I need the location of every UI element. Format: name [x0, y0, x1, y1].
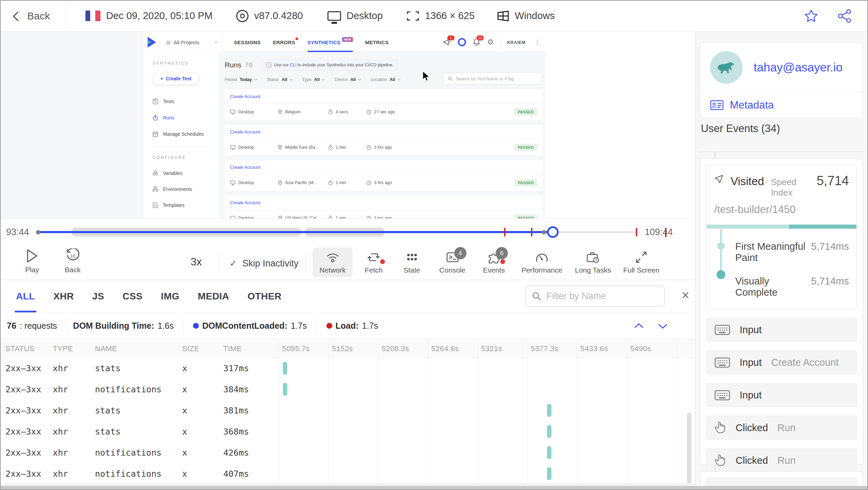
panel-button-network[interactable]: Network	[312, 248, 352, 277]
back-10s-button[interactable]: 10 Back	[65, 248, 81, 274]
visited-event-card[interactable]: Visited Speed Index 5,714 /test-builder/…	[706, 165, 857, 309]
column-header-status[interactable]: STATUS	[5, 344, 35, 353]
request-row[interactable]: 2xx–3xxxhrstatsx368ms	[1, 421, 695, 442]
vertical-scrollbar[interactable]	[687, 413, 691, 490]
close-panel-icon[interactable]: ×	[681, 288, 689, 302]
playback-speed-button[interactable]: 3x	[191, 256, 202, 268]
request-row[interactable]: 2xx–3xxxhrnotificationsx407ms	[1, 463, 695, 484]
id-card-icon	[710, 100, 724, 111]
request-row[interactable]: 2xx–3xxxhrnotificationsx384ms	[1, 379, 695, 400]
skip-inactivity-toggle[interactable]: ✓ Skip Inactivity	[229, 258, 299, 269]
sidebar-item-runs[interactable]: Runs	[152, 115, 219, 121]
plus-icon: +	[160, 76, 163, 81]
filter-status[interactable]: StatusAll	[267, 77, 292, 82]
next-request-icon[interactable]	[657, 322, 669, 330]
network-tab-other[interactable]: OTHER	[247, 280, 282, 312]
network-tab-all[interactable]: ALL	[16, 280, 35, 312]
sidebar-item-environments[interactable]: Environments	[152, 186, 219, 192]
more-menu-icon[interactable]: ⋮	[534, 38, 541, 46]
filter-type[interactable]: TypeAll	[302, 77, 324, 82]
request-status: 2xx–3xx	[5, 469, 41, 479]
create-test-button[interactable]: + Create Test	[152, 72, 199, 85]
share-icon[interactable]	[837, 9, 852, 23]
timer-icon	[328, 180, 333, 185]
run-name-link[interactable]: Create Account	[225, 89, 543, 104]
pin-icon	[278, 180, 283, 185]
visited-url: /test-builder/1450	[714, 203, 849, 216]
panel-button-console[interactable]: 4Console	[432, 248, 472, 277]
panel-button-fetch[interactable]: Fetch	[358, 248, 390, 277]
timeline-end-marker	[665, 228, 666, 237]
back-button[interactable]: Back	[1, 10, 65, 22]
panel-button-label: Events	[483, 266, 505, 274]
network-tab-media[interactable]: MEDIA	[198, 280, 229, 312]
run-name-link[interactable]: Create Account	[225, 196, 543, 210]
sidebar-item-variables[interactable]: Variables	[152, 170, 219, 176]
filter-period[interactable]: PeriodToday	[225, 77, 257, 82]
event-item-input[interactable]: Input	[706, 318, 857, 342]
favorite-star-icon[interactable]	[804, 9, 818, 23]
run-name-link[interactable]: Create Account	[225, 160, 543, 175]
run-details-row: DesktopBelgium4 secs27 sec agoPASSED	[225, 104, 543, 120]
column-header-name[interactable]: NAME	[95, 344, 117, 353]
panel-button-long-tasks[interactable]: Long Tasks	[568, 248, 618, 277]
event-item-clicked[interactable]: ClickedRun	[706, 416, 857, 440]
panel-button-full-screen[interactable]: Full Screen	[616, 248, 666, 277]
request-row[interactable]: 2xx–3xxxhrnotificationsx426ms	[1, 442, 695, 463]
request-name: stats	[95, 427, 120, 437]
user-email[interactable]: tahay@asayer.io	[754, 61, 842, 74]
metadata-button[interactable]: Metadata	[701, 92, 863, 118]
column-header-type[interactable]: TYPE	[53, 344, 73, 353]
summary-domcontentloaded: DOMContentLoaded: 1.7s	[183, 316, 317, 336]
notifications-bell-icon[interactable]: 13	[473, 38, 480, 46]
network-tab-xhr[interactable]: XHR	[53, 280, 74, 312]
panel-button-label: Performance	[521, 266, 562, 274]
run-duration: 1 min	[328, 215, 366, 218]
filter-device[interactable]: DeviceAll	[335, 77, 360, 82]
project-selector[interactable]: ▤ All Projects	[161, 33, 223, 52]
app-tab-synthetics[interactable]: SYNTHETICSNEW	[307, 33, 353, 52]
announcements-icon[interactable]: 1	[443, 38, 451, 46]
filter-location[interactable]: LocationAll	[371, 77, 400, 82]
network-tab-css[interactable]: CSS	[123, 280, 143, 312]
cli-link[interactable]: CLI	[290, 63, 296, 67]
event-item-input[interactable]: Input	[706, 383, 857, 407]
hand-icon	[714, 421, 726, 435]
request-type: xhr	[53, 469, 68, 479]
app-tab-errors[interactable]: ERRORS	[273, 33, 295, 52]
run-name-link[interactable]: Create Account	[225, 125, 543, 139]
network-tab-js[interactable]: JS	[92, 280, 104, 312]
sidebar-item-templates[interactable]: Templates	[152, 202, 219, 208]
app-tab-sessions[interactable]: SESSIONS	[234, 33, 260, 52]
network-tab-img[interactable]: IMG	[161, 280, 179, 312]
sidebar-item-manage-schedules[interactable]: Manage Schedules	[152, 131, 219, 137]
stopwatch-icon	[152, 115, 158, 121]
request-type: xhr	[53, 406, 68, 415]
column-header-size[interactable]: SIZE	[182, 344, 199, 353]
app-sidebar: SYNTHETICS + Create Test TestsRunsManage…	[144, 52, 219, 218]
sidebar-item-tests[interactable]: Tests	[152, 98, 219, 104]
panel-button-state[interactable]: State	[397, 248, 427, 277]
event-item-input[interactable]: InputCreate Account	[706, 350, 857, 374]
column-header-time[interactable]: TIME	[223, 344, 242, 353]
play-button[interactable]: Play	[25, 248, 39, 274]
app-tab-metrics[interactable]: METRICS	[365, 33, 389, 52]
request-size: x	[182, 406, 187, 415]
request-row[interactable]: 2xx–3xxxhrstatsx381ms	[1, 400, 695, 421]
prev-request-icon[interactable]	[633, 322, 645, 330]
panel-button-events[interactable]: 6Events	[476, 248, 512, 277]
panel-button-performance[interactable]: Performance	[515, 248, 569, 277]
cubes-icon	[152, 170, 158, 176]
status-badge: PASSED	[514, 108, 537, 116]
event-item-clicked[interactable]: ClickedRun	[706, 448, 857, 472]
request-size: x	[182, 427, 187, 437]
app-username[interactable]: KRAIEM	[501, 35, 528, 50]
run-search-input[interactable]: Search by Test Name or #Tag	[443, 72, 542, 85]
settings-gear-icon[interactable]: ⚙	[487, 38, 494, 47]
network-filter-input[interactable]: Filter by Name	[525, 285, 665, 307]
request-row[interactable]: 2xx–3xxxhrstatsx317ms	[1, 358, 695, 379]
playhead[interactable]	[547, 226, 559, 238]
window-bottom-scrollbar[interactable]	[1, 486, 868, 490]
run-card: Create AccountDesktopAsia Pacific (M...1…	[225, 160, 543, 191]
timeline-track[interactable]	[38, 227, 637, 237]
